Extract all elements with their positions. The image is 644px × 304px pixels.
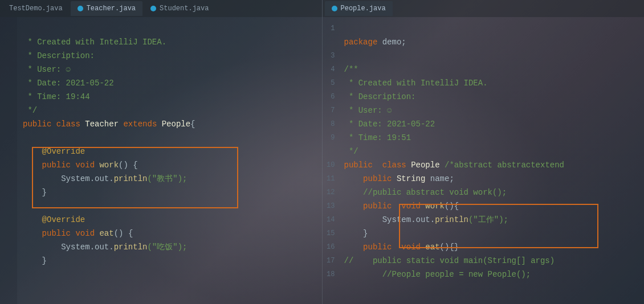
paren: () [445, 202, 454, 211]
right-line-numbers: 1 3 4 5 6 7 8 9 10 11 12 13 14 15 16 17 … [323, 17, 339, 304]
kw-class: class [382, 161, 406, 170]
comment-line: // public static void main(String[] args… [344, 256, 555, 265]
left-pane: TestDemo.java Teacher.java Student.java … [0, 0, 323, 304]
out: .out. [90, 243, 114, 252]
eat-sig: (){} [440, 243, 459, 252]
tab-label: TestDemo.java [9, 5, 63, 13]
semi: ; [449, 174, 454, 183]
println: println [114, 174, 148, 183]
tab-teacher[interactable]: Teacher.java [71, 1, 142, 16]
kw-public: public [344, 161, 373, 170]
kw-public: public [23, 120, 51, 129]
right-editor[interactable]: 1 3 4 5 6 7 8 9 10 11 12 13 14 15 16 17 … [323, 17, 645, 304]
paren: () [119, 161, 128, 170]
class-icon [150, 6, 156, 11]
method-eat: eat [425, 243, 439, 252]
left-editor[interactable]: * Created with IntelliJ IDEA. * Descript… [0, 17, 322, 304]
kw-public: public [363, 243, 392, 252]
tab-testdemo[interactable]: TestDemo.java [2, 1, 70, 16]
comment-line: * Date: 2021-05-22 [344, 120, 435, 129]
tab-student[interactable]: Student.java [144, 1, 215, 16]
tab-label: Teacher.java [87, 5, 136, 13]
comment-line: /** [344, 65, 358, 74]
comment-line: * Description: [344, 92, 416, 101]
paren: () [114, 229, 124, 238]
kw-void: void [401, 243, 421, 252]
type-string: String [397, 174, 425, 183]
kw-package: package [344, 38, 378, 47]
comment-line: */ [344, 147, 358, 156]
comment-line: * Time: 19:44 [23, 92, 90, 101]
semi: ; [401, 38, 406, 47]
right-pane: People.java 1 3 4 5 6 7 8 9 10 11 12 13 … [323, 0, 645, 304]
out: .out. [90, 174, 114, 183]
kw-public: public [363, 174, 392, 183]
tab-label: Student.java [160, 5, 209, 13]
println: println [435, 215, 468, 224]
class-icon [332, 6, 337, 11]
kw-class: class [56, 120, 80, 129]
kw-public: public [363, 202, 392, 211]
right-code[interactable]: package demo; /** * Created with Intelli… [339, 17, 645, 304]
left-tabs: TestDemo.java Teacher.java Student.java [0, 0, 322, 17]
annotation-override: @Override [42, 215, 85, 224]
right-tabs: People.java [323, 0, 645, 17]
comment-line: * Time: 19:51 [344, 133, 411, 142]
class-icon [78, 6, 83, 11]
comment-line: * User: ☺ [23, 65, 71, 74]
string-literal: ("吃饭"); [147, 243, 187, 252]
abstract-comment: /*abstract abstractextend [445, 161, 564, 170]
comment-line: * Description: [23, 51, 95, 60]
sys: System [382, 215, 411, 224]
out: .out. [411, 215, 435, 224]
parent-class: People [162, 120, 190, 129]
kw-void: void [75, 161, 95, 170]
brace: } [42, 188, 47, 197]
comment-line: //People people = new People(); [382, 270, 531, 279]
method-eat: eat [99, 229, 113, 238]
brace: } [363, 229, 368, 238]
field-name: name [430, 174, 450, 183]
brace: } [42, 256, 47, 265]
kw-void: void [75, 229, 95, 238]
comment-line: * Date: 2021-05-22 [23, 79, 114, 88]
brace: { [128, 229, 133, 238]
brace: { [190, 120, 195, 129]
comment-line: * User: ☺ [344, 106, 392, 115]
kw-public: public [42, 161, 71, 170]
string-literal: ("工作"); [468, 215, 508, 224]
string-literal: ("教书"); [147, 174, 187, 183]
kw-void: void [401, 202, 421, 211]
brace: { [454, 202, 459, 211]
tab-label: People.java [341, 5, 386, 13]
left-gutter [0, 17, 17, 304]
split-editor: TestDemo.java Teacher.java Student.java … [0, 0, 644, 304]
comment-line: * Created with IntelliJ IDEA. [23, 38, 166, 47]
tab-people[interactable]: People.java [325, 1, 393, 16]
method-work: work [99, 161, 119, 170]
pkg-name: demo [382, 38, 402, 47]
kw-public: public [42, 229, 71, 238]
class-name: Teacher [85, 120, 119, 129]
println: println [114, 243, 148, 252]
comment-line: //public abstract void work(); [363, 188, 507, 197]
sys: System [61, 243, 89, 252]
method-work: work [425, 202, 445, 211]
sys: System [61, 174, 89, 183]
class-name: People [411, 161, 439, 170]
comment-line: * Created with IntelliJ IDEA. [344, 79, 488, 88]
kw-extends: extends [123, 120, 157, 129]
comment-line: */ [23, 106, 37, 115]
annotation-override: @Override [42, 147, 85, 156]
left-code[interactable]: * Created with IntelliJ IDEA. * Descript… [17, 17, 322, 304]
brace: { [133, 161, 137, 170]
